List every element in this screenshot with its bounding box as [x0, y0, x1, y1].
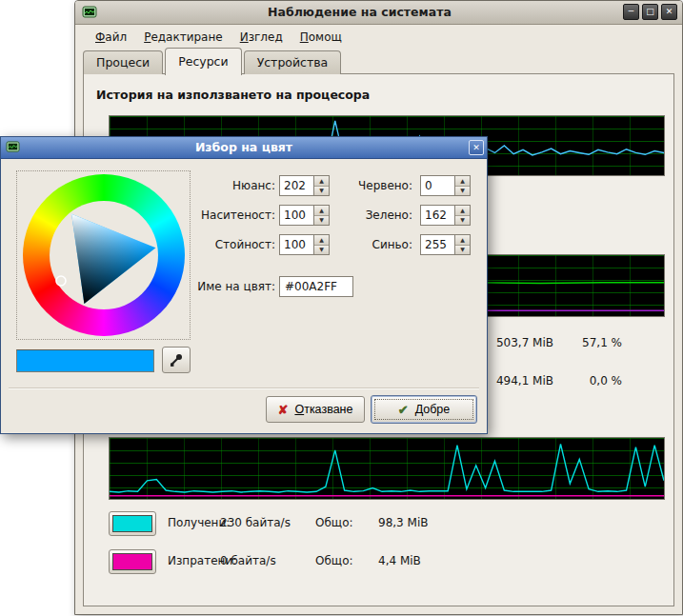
saturation-label: Наситеност:: [191, 209, 275, 222]
cancel-mnemonic: О: [294, 403, 304, 416]
menu-file[interactable]: Файл: [87, 27, 135, 48]
network-received-row: Получени: 230 байта/s Общо: 98,3 MiB: [109, 511, 509, 536]
close-button[interactable]: ✕: [661, 4, 677, 20]
hue-step-down-icon[interactable]: ▼: [314, 187, 329, 196]
window-controls: ─ □ ✕: [623, 4, 677, 20]
saturation-spinbox[interactable]: 100 ▲▼: [279, 205, 330, 226]
cancel-rest: тказване: [304, 403, 352, 416]
sent-total: 4,4 MiB: [378, 554, 421, 567]
red-steppers: ▲▼: [454, 176, 470, 195]
selected-color-preview: [16, 349, 154, 372]
menu-help[interactable]: Помощ: [291, 27, 351, 48]
ok-mnemonic: Д: [415, 403, 424, 416]
action-area-separator: [9, 387, 479, 389]
tab-processes[interactable]: Процеси: [83, 50, 163, 74]
memory-used-percent: 57,1 %: [548, 336, 622, 349]
value-step-up-icon[interactable]: ▲: [314, 235, 329, 246]
color-name-input[interactable]: #00A2FF: [279, 276, 353, 297]
menu-view-mnemonic: И: [240, 30, 249, 44]
desktop: Наблюдение на системата ─ □ ✕ Файл Редак…: [0, 0, 683, 616]
minimize-button[interactable]: ─: [623, 4, 639, 20]
cancel-x-icon: ✘: [278, 403, 289, 417]
value-value[interactable]: 100: [284, 238, 306, 251]
ok-check-icon: ✔: [398, 403, 409, 417]
green-step-up-icon[interactable]: ▲: [455, 206, 470, 216]
value-step-down-icon[interactable]: ▼: [314, 246, 329, 255]
main-titlebar[interactable]: Наблюдение на системата ─ □ ✕: [75, 1, 682, 25]
hue-spinbox[interactable]: 202 ▲▼: [279, 175, 330, 196]
cpu-history-title: История на използването на процесора: [96, 88, 370, 102]
received-total: 98,3 MiB: [378, 516, 428, 529]
network-sent-row: Изпратени: 0 байта/s Общо: 4,4 MiB: [109, 549, 509, 574]
saturation-step-down-icon[interactable]: ▼: [314, 216, 329, 226]
blue-label: Синьо:: [334, 238, 412, 251]
system-monitor-app-icon: [82, 5, 97, 20]
red-step-down-icon[interactable]: ▼: [455, 187, 470, 196]
sv-triangle-svg[interactable]: [23, 174, 185, 336]
value-steppers: ▲▼: [313, 235, 329, 254]
green-step-down-icon[interactable]: ▼: [455, 216, 470, 226]
swap-used-percent: 0,0 %: [548, 374, 622, 387]
ok-button[interactable]: ✔ Добре: [371, 395, 477, 424]
blue-spinbox[interactable]: 255 ▲▼: [420, 234, 471, 255]
network-history-chart: [109, 437, 665, 500]
green-steppers: ▲▼: [454, 206, 470, 225]
menu-edit[interactable]: Редактиране: [135, 27, 231, 48]
menu-view-rest: зглед: [249, 30, 283, 44]
received-color-button[interactable]: [109, 511, 156, 536]
received-color-swatch: [112, 515, 152, 532]
sent-total-label: Общо:: [315, 554, 353, 567]
saturation-value[interactable]: 100: [284, 209, 306, 222]
color-selector-marker[interactable]: [56, 276, 66, 286]
red-value[interactable]: 0: [425, 179, 432, 192]
hue-value[interactable]: 202: [284, 179, 306, 192]
received-rate: 230 байта/s: [220, 516, 291, 529]
ok-rest: обре: [423, 403, 450, 416]
blue-steppers: ▲▼: [454, 235, 470, 254]
cancel-button[interactable]: ✘ Отказване: [266, 396, 365, 423]
dialog-titlebar[interactable]: Избор на цвят ✕: [1, 137, 487, 159]
value-label: Стойност:: [191, 238, 275, 251]
ok-button-label: Добре: [415, 403, 451, 416]
color-name-label: Име на цвят:: [182, 280, 275, 293]
sent-color-swatch: [112, 553, 152, 570]
saturation-step-up-icon[interactable]: ▲: [314, 206, 329, 216]
green-value[interactable]: 162: [425, 209, 447, 222]
menubar: Файл Редактиране Изглед Помощ: [77, 25, 680, 49]
blue-step-up-icon[interactable]: ▲: [455, 235, 470, 246]
value-spinbox[interactable]: 100 ▲▼: [279, 234, 330, 255]
hue-steppers: ▲▼: [313, 176, 329, 195]
saturation-steppers: ▲▼: [313, 206, 329, 225]
red-spinbox[interactable]: 0 ▲▼: [420, 175, 471, 196]
red-label: Червено:: [334, 179, 412, 192]
dialog-title: Избор на цвят: [26, 140, 462, 154]
cancel-button-label: Отказване: [294, 403, 352, 416]
hue-saturation-wheel[interactable]: [23, 174, 185, 336]
eyedropper-button[interactable]: [162, 347, 191, 373]
blue-value[interactable]: 255: [425, 238, 447, 251]
green-spinbox[interactable]: 162 ▲▼: [420, 205, 471, 226]
tab-resources[interactable]: Ресурси: [165, 48, 241, 75]
sv-triangle-black-overlay: [71, 214, 155, 304]
color-picker-dialog: Избор на цвят ✕: [0, 136, 488, 434]
green-label: Зелено:: [334, 209, 412, 222]
hue-step-up-icon[interactable]: ▲: [314, 176, 329, 187]
hsv-wheel-frame: [16, 170, 191, 340]
maximize-button[interactable]: □: [642, 4, 658, 20]
sent-color-button[interactable]: [109, 549, 156, 574]
menu-file-mnemonic: Ф: [95, 30, 105, 44]
received-total-label: Общо:: [315, 516, 353, 529]
menu-help-rest: омощ: [309, 30, 342, 44]
hue-label: Нюанс:: [191, 179, 275, 192]
menu-view[interactable]: Изглед: [231, 27, 291, 48]
eyedropper-icon: [169, 352, 184, 368]
sent-rate: 0 байта/s: [220, 554, 276, 567]
dialog-app-icon: [6, 140, 20, 154]
menu-file-rest: айл: [105, 30, 127, 44]
menu-help-mnemonic: П: [300, 30, 309, 44]
blue-step-down-icon[interactable]: ▼: [455, 246, 470, 255]
tab-devices[interactable]: Устройства: [244, 50, 342, 74]
dialog-close-button[interactable]: ✕: [469, 140, 484, 155]
menu-edit-rest: едактиране: [151, 30, 222, 44]
red-step-up-icon[interactable]: ▲: [455, 176, 470, 187]
